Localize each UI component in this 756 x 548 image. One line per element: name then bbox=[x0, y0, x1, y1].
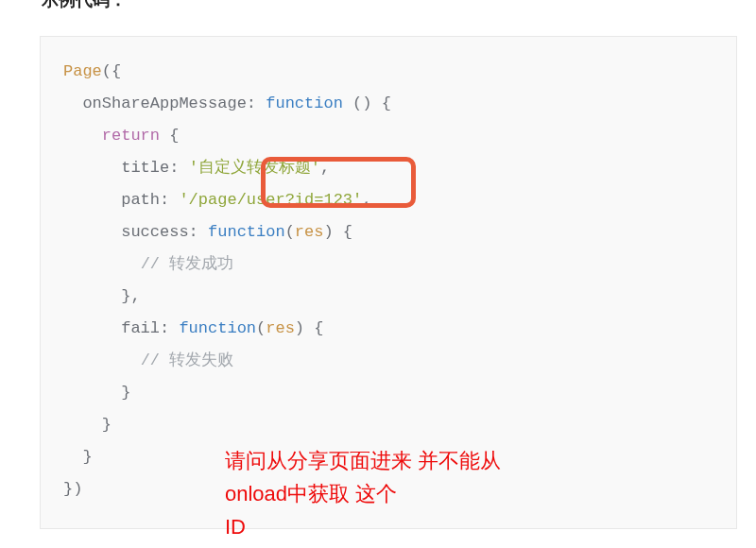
code-line: Page({ bbox=[63, 56, 713, 88]
token-punct: } bbox=[63, 384, 130, 402]
token-ws bbox=[63, 351, 141, 369]
section-heading: 示例代码： bbox=[15, 0, 127, 11]
code-line: // 转发成功 bbox=[63, 248, 713, 281]
token-punct: { bbox=[160, 127, 179, 145]
token-keyword: function bbox=[208, 223, 285, 241]
token-ws bbox=[63, 255, 141, 273]
token-punct: , bbox=[362, 191, 371, 209]
token-keyword: function bbox=[266, 94, 343, 112]
token-keyword: return bbox=[102, 127, 160, 145]
token-keyword: function bbox=[179, 319, 256, 337]
code-line: success: function(res) { bbox=[63, 216, 713, 248]
token-punct: , bbox=[320, 159, 330, 177]
token-string: '自定义转发标题' bbox=[189, 159, 320, 177]
token-string: '/page/user?id=123' bbox=[179, 191, 362, 209]
token-prop: fail: bbox=[63, 319, 179, 337]
token-param: res bbox=[266, 319, 295, 337]
token-punct: ) { bbox=[323, 223, 352, 241]
token-punct: }, bbox=[63, 287, 141, 305]
code-line: } bbox=[63, 377, 713, 409]
token-punct: } bbox=[63, 416, 112, 434]
token-punct: ( bbox=[256, 319, 266, 337]
code-line: }, bbox=[63, 281, 713, 313]
token-punct: } bbox=[63, 448, 93, 466]
token-punct: () { bbox=[343, 94, 391, 112]
token-ident: Page bbox=[63, 62, 102, 80]
code-line: // 转发失败 bbox=[63, 345, 713, 377]
code-line: path: '/page/user?id=123', bbox=[63, 184, 713, 216]
token-prop: path: bbox=[63, 191, 179, 209]
token-punct: }) bbox=[63, 480, 82, 498]
token-prop: success: bbox=[63, 223, 208, 241]
token-punct: ) { bbox=[295, 319, 324, 337]
code-line: onShareAppMessage: function () { bbox=[63, 88, 713, 120]
token-prop: title: bbox=[63, 159, 189, 177]
code-line: return { bbox=[63, 120, 713, 152]
token-punct: ({ bbox=[102, 62, 121, 80]
token-comment: // 转发失败 bbox=[141, 351, 234, 369]
code-line: fail: function(res) { bbox=[63, 313, 713, 345]
token-ws bbox=[63, 127, 102, 145]
token-param: res bbox=[295, 223, 324, 241]
token-prop: onShareAppMessage: bbox=[63, 94, 266, 112]
token-comment: // 转发成功 bbox=[141, 255, 234, 273]
code-line: }) bbox=[63, 473, 713, 505]
code-block: Page({ onShareAppMessage: function () { … bbox=[40, 36, 737, 529]
code-line: title: '自定义转发标题', bbox=[63, 152, 713, 184]
code-line: } bbox=[63, 441, 713, 473]
token-punct: ( bbox=[285, 223, 295, 241]
code-line: } bbox=[63, 409, 713, 441]
